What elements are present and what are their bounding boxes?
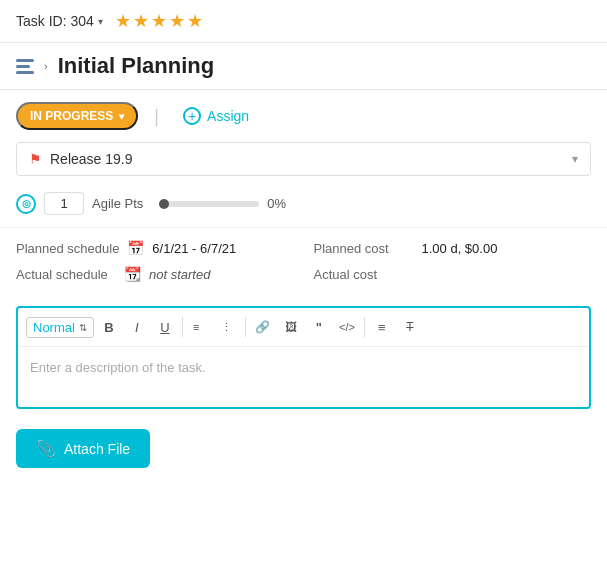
- bold-button[interactable]: B: [96, 314, 122, 340]
- status-badge[interactable]: IN PROGRESS ▾: [16, 102, 138, 130]
- attach-file-button[interactable]: 📎 Attach File: [16, 429, 150, 468]
- list-view-icon[interactable]: [16, 59, 34, 74]
- attach-label: Attach File: [64, 441, 130, 457]
- align-button[interactable]: ≡: [369, 314, 395, 340]
- star-1[interactable]: ★: [115, 10, 131, 32]
- planned-schedule-value: 6/1/21 - 6/7/21: [152, 241, 236, 256]
- clear-format-button[interactable]: T: [397, 314, 423, 340]
- progress-track[interactable]: [159, 201, 259, 207]
- unordered-list-button[interactable]: ⋮: [215, 314, 241, 340]
- planned-cost-label: Planned cost: [314, 241, 414, 256]
- format-arrows-icon: ⇅: [79, 322, 87, 333]
- svg-text:⋮: ⋮: [221, 321, 232, 333]
- status-bar: IN PROGRESS ▾ | + Assign: [0, 90, 607, 142]
- unordered-list-icon: ⋮: [221, 320, 235, 334]
- planned-cost-value: 1.00 d, $0.00: [422, 241, 498, 256]
- agile-row: ◎ Agile Pts 0%: [0, 188, 607, 227]
- attach-section: 📎 Attach File: [0, 421, 607, 484]
- paperclip-icon: 📎: [36, 439, 56, 458]
- progress-thumb: [159, 199, 169, 209]
- star-4[interactable]: ★: [169, 10, 185, 32]
- flag-icon: ⚑: [29, 151, 42, 167]
- release-dropdown[interactable]: ⚑ Release 19.9 ▾: [16, 142, 591, 176]
- quote-button[interactable]: ": [306, 314, 332, 340]
- star-2[interactable]: ★: [133, 10, 149, 32]
- assign-label: Assign: [207, 108, 249, 124]
- format-select[interactable]: Normal ⇅: [26, 317, 94, 338]
- release-section: ⚑ Release 19.9 ▾: [0, 142, 607, 188]
- planned-schedule-row: Planned schedule 📅 6/1/21 - 6/7/21: [16, 240, 294, 256]
- link-button[interactable]: 🔗: [250, 314, 276, 340]
- toolbar-divider-2: [245, 317, 246, 337]
- divider: |: [154, 106, 159, 127]
- assign-button[interactable]: + Assign: [175, 103, 257, 129]
- editor-body[interactable]: Enter a description of the task.: [18, 347, 589, 407]
- actual-calendar-icon: 📆: [124, 266, 141, 282]
- editor-placeholder: Enter a description of the task.: [30, 360, 206, 375]
- editor-toolbar: Normal ⇅ B I U ≡ ⋮ 🔗 🖼 " </> ≡ T: [18, 308, 589, 347]
- page-title: Initial Planning: [58, 53, 591, 79]
- status-label: IN PROGRESS: [30, 109, 113, 123]
- agile-pts-label: Agile Pts: [92, 196, 143, 211]
- schedule-section: Planned schedule 📅 6/1/21 - 6/7/21 Plann…: [0, 227, 607, 294]
- format-label: Normal: [33, 320, 75, 335]
- ordered-list-button[interactable]: ≡: [187, 314, 213, 340]
- ordered-list-icon: ≡: [193, 320, 207, 334]
- actual-cost-row: Actual cost: [314, 266, 592, 282]
- planned-schedule-label: Planned schedule: [16, 241, 119, 256]
- title-chevron: ›: [44, 60, 48, 72]
- plus-circle-icon: +: [183, 107, 201, 125]
- progress-bar-container: 0%: [159, 196, 286, 211]
- planned-cost-row: Planned cost 1.00 d, $0.00: [314, 240, 592, 256]
- release-chevron-icon: ▾: [572, 152, 578, 166]
- task-id-label: Task ID: 304: [16, 13, 94, 29]
- actual-cost-label: Actual cost: [314, 267, 414, 282]
- toolbar-divider-1: [182, 317, 183, 337]
- underline-button[interactable]: U: [152, 314, 178, 340]
- task-id[interactable]: Task ID: 304 ▾: [16, 13, 103, 29]
- svg-text:≡: ≡: [193, 321, 199, 333]
- status-chevron-icon: ▾: [119, 111, 124, 122]
- calendar-icon: 📅: [127, 240, 144, 256]
- image-button[interactable]: 🖼: [278, 314, 304, 340]
- actual-schedule-label: Actual schedule: [16, 267, 116, 282]
- code-button[interactable]: </>: [334, 314, 360, 340]
- star-rating[interactable]: ★ ★ ★ ★ ★: [115, 10, 203, 32]
- top-bar: Task ID: 304 ▾ ★ ★ ★ ★ ★: [0, 0, 607, 43]
- toolbar-divider-3: [364, 317, 365, 337]
- actual-schedule-value: not started: [149, 267, 210, 282]
- agile-points-input[interactable]: [44, 192, 84, 215]
- star-5[interactable]: ★: [187, 10, 203, 32]
- release-label: Release 19.9: [50, 151, 572, 167]
- star-3[interactable]: ★: [151, 10, 167, 32]
- progress-pct: 0%: [267, 196, 286, 211]
- title-bar: › Initial Planning: [0, 43, 607, 90]
- actual-schedule-row: Actual schedule 📆 not started: [16, 266, 294, 282]
- agile-icon: ◎: [16, 194, 36, 214]
- task-id-chevron[interactable]: ▾: [98, 16, 103, 27]
- italic-button[interactable]: I: [124, 314, 150, 340]
- description-editor: Normal ⇅ B I U ≡ ⋮ 🔗 🖼 " </> ≡ T Enter a…: [16, 306, 591, 409]
